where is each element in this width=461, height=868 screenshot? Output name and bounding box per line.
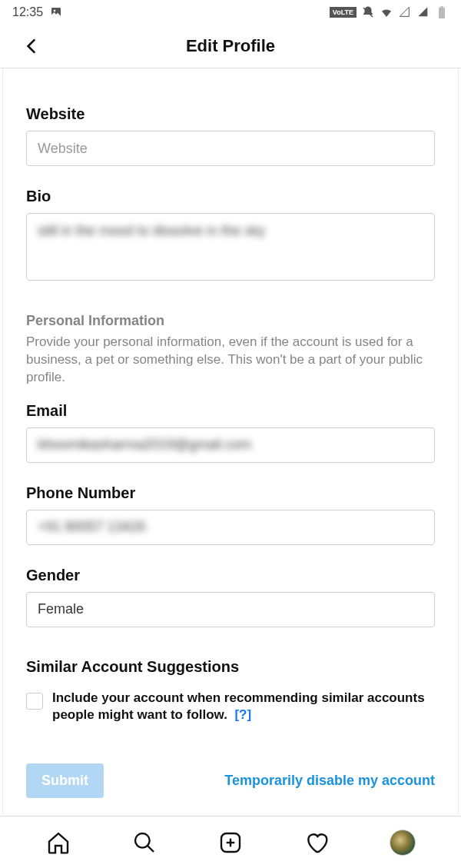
email-input[interactable]: bhoomikasharma2019@gmail.com — [26, 427, 435, 463]
nav-add[interactable] — [216, 828, 245, 857]
svg-point-1 — [54, 10, 56, 12]
wifi-icon — [380, 5, 393, 19]
disable-account-link[interactable]: Temporarily disable my account — [224, 773, 435, 789]
personal-info-desc: Provide your personal information, even … — [26, 334, 435, 387]
personal-info-heading: Personal Information — [26, 313, 435, 329]
photo-icon — [49, 5, 63, 19]
mute-icon — [361, 5, 375, 19]
bio-value: still in the mood to dissolve in the sky — [38, 223, 265, 238]
status-bar: 12:35 VoLTE — [0, 0, 461, 25]
submit-button[interactable]: Submit — [26, 763, 104, 798]
bio-textarea[interactable]: still in the mood to dissolve in the sky — [26, 213, 435, 281]
phone-value: +91 80057 13426 — [38, 519, 146, 535]
avatar — [390, 830, 416, 856]
bottom-nav — [0, 816, 461, 868]
gender-label: Gender — [26, 567, 435, 584]
phone-input[interactable]: +91 80057 13426 — [26, 510, 435, 545]
status-time: 12:35 — [12, 5, 43, 19]
suggestions-heading: Similar Account Suggestions — [26, 658, 435, 676]
svg-line-5 — [148, 846, 154, 852]
signal-icon — [398, 5, 412, 19]
volte-badge: VoLTE — [330, 7, 357, 18]
nav-home[interactable] — [44, 828, 73, 857]
nav-header: Edit Profile — [0, 25, 461, 68]
help-link[interactable]: [?] — [234, 707, 251, 722]
website-label: Website — [26, 105, 435, 123]
phone-label: Phone Number — [26, 484, 435, 502]
email-value: bhoomikasharma2019@gmail.com — [38, 437, 251, 453]
search-icon — [132, 830, 157, 855]
nav-profile[interactable] — [388, 828, 417, 857]
suggestions-label: Include your account when recommending s… — [52, 690, 435, 723]
svg-rect-2 — [440, 6, 443, 8]
battery-icon — [435, 5, 449, 19]
website-input[interactable] — [26, 131, 435, 166]
email-label: Email — [26, 402, 435, 420]
svg-point-4 — [135, 833, 150, 848]
content-area: Website Bio still in the mood to dissolv… — [2, 68, 459, 814]
bio-label: Bio — [26, 188, 435, 205]
signal-icon-2 — [416, 5, 430, 19]
nav-activity[interactable] — [302, 828, 331, 857]
nav-search[interactable] — [130, 828, 159, 857]
gender-select[interactable]: Female — [26, 592, 435, 627]
home-icon — [46, 830, 71, 855]
gender-value: Female — [38, 601, 84, 617]
chevron-left-icon — [22, 36, 42, 56]
back-button[interactable] — [22, 35, 43, 57]
suggestions-checkbox[interactable] — [26, 693, 43, 710]
page-title: Edit Profile — [186, 36, 275, 56]
heart-icon — [304, 830, 329, 855]
svg-rect-3 — [439, 8, 445, 18]
add-post-icon — [218, 830, 243, 855]
